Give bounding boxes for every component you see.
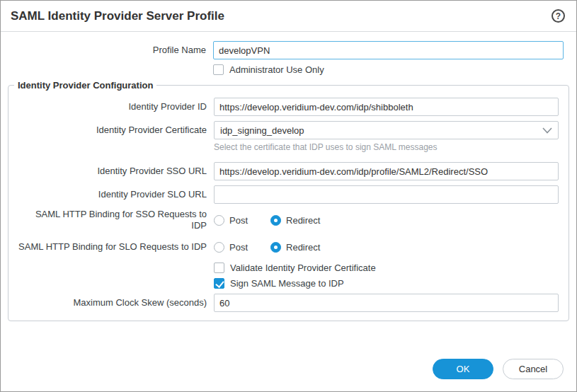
- admin-only-label: Administrator Use Only: [229, 64, 324, 75]
- profile-name-label: Profile Name: [1, 45, 213, 56]
- sso-binding-row: SAML HTTP Binding for SSO Requests to ID…: [8, 209, 559, 231]
- idp-id-label: Identity Provider ID: [8, 101, 214, 113]
- idp-configuration-section: Identity Provider Configuration Identity…: [8, 80, 569, 321]
- radio-icon[interactable]: [270, 242, 281, 253]
- admin-only-checkbox[interactable]: Administrator Use Only: [213, 64, 564, 75]
- clock-skew-label: Maximum Clock Skew (seconds): [8, 297, 214, 309]
- chevron-down-icon: [542, 127, 552, 134]
- help-icon[interactable]: ?: [552, 9, 565, 23]
- clock-skew-input[interactable]: [214, 294, 559, 312]
- idp-id-input[interactable]: [214, 98, 559, 116]
- slo-binding-options: Post Redirect: [214, 242, 559, 253]
- slo-binding-row: SAML HTTP Binding for SLO Requests to ID…: [8, 241, 559, 253]
- idp-id-row: Identity Provider ID: [8, 98, 559, 116]
- sso-url-input[interactable]: [214, 162, 559, 180]
- radio-icon[interactable]: [214, 215, 224, 226]
- sso-url-row: Identity Provider SSO URL: [8, 162, 559, 180]
- validate-cert-label: Validate Identity Provider Certificate: [230, 263, 376, 273]
- admin-only-row: Administrator Use Only: [1, 64, 576, 75]
- profile-name-input[interactable]: [213, 41, 564, 59]
- idp-certificate-row: Identity Provider Certificate idp_signin…: [8, 121, 559, 139]
- idp-configuration-legend: Identity Provider Configuration: [14, 80, 156, 91]
- slo-binding-label: SAML HTTP Binding for SLO Requests to ID…: [8, 241, 214, 253]
- checkbox-icon[interactable]: [214, 278, 224, 289]
- saml-idp-server-profile-dialog: SAML Identity Provider Server Profile ? …: [0, 0, 577, 392]
- sso-binding-redirect-label: Redirect: [286, 215, 320, 226]
- slo-binding-redirect-label: Redirect: [286, 242, 320, 253]
- idp-certificate-label: Identity Provider Certificate: [8, 125, 214, 136]
- clock-skew-row: Maximum Clock Skew (seconds): [8, 294, 559, 312]
- slo-url-input[interactable]: [214, 185, 559, 204]
- idp-certificate-value: idp_signing_develop: [220, 125, 304, 136]
- checkbox-icon[interactable]: [213, 64, 224, 75]
- radio-icon[interactable]: [270, 215, 281, 226]
- idp-certificate-dropdown[interactable]: idp_signing_develop: [214, 121, 559, 139]
- sso-binding-post-label: Post: [229, 215, 248, 226]
- sign-saml-checkbox[interactable]: Sign SAML Message to IDP: [214, 278, 559, 289]
- slo-url-row: Identity Provider SLO URL: [8, 185, 559, 204]
- sign-saml-row: Sign SAML Message to IDP: [8, 278, 559, 289]
- cancel-button[interactable]: Cancel: [503, 359, 564, 379]
- radio-icon[interactable]: [214, 242, 224, 253]
- dialog-header: SAML Identity Provider Server Profile ?: [1, 1, 576, 32]
- sso-binding-label: SAML HTTP Binding for SSO Requests to ID…: [8, 209, 214, 231]
- slo-binding-post-label: Post: [229, 242, 248, 253]
- dialog-footer: OK Cancel: [1, 353, 576, 391]
- slo-url-label: Identity Provider SLO URL: [8, 189, 214, 200]
- profile-name-row: Profile Name: [1, 41, 576, 59]
- sso-binding-options: Post Redirect: [214, 215, 559, 226]
- slo-binding-redirect-option[interactable]: Redirect: [270, 242, 320, 253]
- dialog-title: SAML Identity Provider Server Profile: [11, 9, 224, 23]
- sso-binding-redirect-option[interactable]: Redirect: [270, 215, 320, 226]
- checkbox-icon[interactable]: [214, 263, 224, 273]
- dialog-body: Profile Name Administrator Use Only Iden…: [1, 32, 576, 353]
- idp-certificate-help-text: Select the certificate that IDP uses to …: [214, 142, 438, 152]
- validate-cert-row: Validate Identity Provider Certificate: [8, 263, 559, 273]
- slo-binding-post-option[interactable]: Post: [214, 242, 248, 253]
- ok-button[interactable]: OK: [433, 359, 493, 379]
- sso-url-label: Identity Provider SSO URL: [8, 166, 214, 177]
- idp-certificate-help-row: Select the certificate that IDP uses to …: [8, 142, 559, 152]
- sso-binding-post-option[interactable]: Post: [214, 215, 248, 226]
- sign-saml-label: Sign SAML Message to IDP: [230, 278, 344, 289]
- validate-cert-checkbox[interactable]: Validate Identity Provider Certificate: [214, 263, 559, 273]
